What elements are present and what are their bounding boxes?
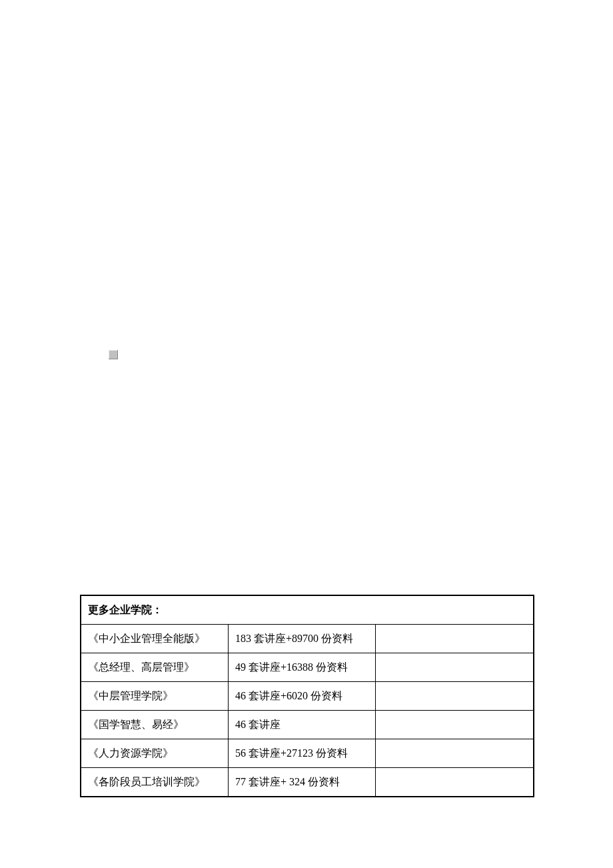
table-row: 《各阶段员工培训学院》 77 套讲座+ 324 份资料 [81, 768, 534, 797]
table-row: 《国学智慧、易经》 46 套讲座 [81, 711, 534, 739]
course-name: 《中小企业管理全能版》 [81, 625, 229, 653]
course-name: 《人力资源学院》 [81, 739, 229, 768]
course-detail: 183 套讲座+89700 份资料 [229, 625, 376, 653]
college-table: 更多企业学院： 《中小企业管理全能版》 183 套讲座+89700 份资料 《总… [80, 595, 534, 797]
table-row: 《总经理、高层管理》 49 套讲座+16388 份资料 [81, 653, 534, 682]
course-extra [376, 768, 534, 797]
table-header-row: 更多企业学院： [81, 596, 534, 625]
course-detail: 46 套讲座+6020 份资料 [229, 682, 376, 711]
table-row: 《中层管理学院》 46 套讲座+6020 份资料 [81, 682, 534, 711]
course-extra [376, 711, 534, 739]
table-row: 《人力资源学院》 56 套讲座+27123 份资料 [81, 739, 534, 768]
course-detail: 77 套讲座+ 324 份资料 [229, 768, 376, 797]
course-extra [376, 682, 534, 711]
table-row: 《中小企业管理全能版》 183 套讲座+89700 份资料 [81, 625, 534, 653]
course-extra [376, 653, 534, 682]
course-extra [376, 739, 534, 768]
course-extra [376, 625, 534, 653]
table-header: 更多企业学院： [81, 596, 534, 625]
course-name: 《国学智慧、易经》 [81, 711, 229, 739]
decorative-square-icon [109, 350, 118, 359]
course-name: 《总经理、高层管理》 [81, 653, 229, 682]
course-detail: 46 套讲座 [229, 711, 376, 739]
course-detail: 49 套讲座+16388 份资料 [229, 653, 376, 682]
course-name: 《中层管理学院》 [81, 682, 229, 711]
course-name: 《各阶段员工培训学院》 [81, 768, 229, 797]
course-detail: 56 套讲座+27123 份资料 [229, 739, 376, 768]
